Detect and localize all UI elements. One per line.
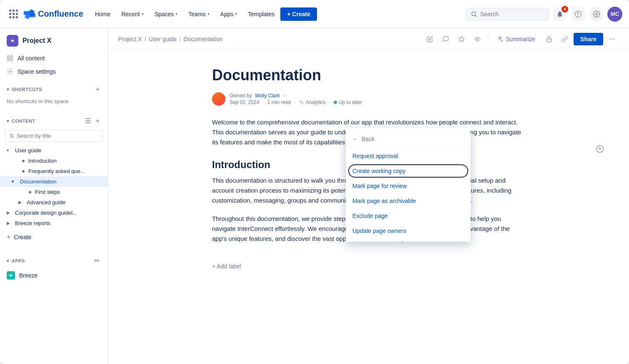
introduction-dot bbox=[22, 160, 25, 162]
tree-corporate-design[interactable]: ▶ Corporate design guidel... bbox=[0, 208, 108, 218]
app-grid-icon[interactable] bbox=[7, 7, 20, 21]
first-steps-dot bbox=[29, 191, 31, 193]
apps-breeze-item[interactable]: Breeze bbox=[0, 268, 108, 283]
inline-comment-icon bbox=[596, 145, 604, 153]
dropdown-mark-review[interactable]: Mark page for review bbox=[346, 178, 471, 193]
notifications-button[interactable]: 8 bbox=[552, 7, 567, 22]
breadcrumb-project[interactable]: Project X bbox=[118, 36, 142, 42]
share-button[interactable]: Share bbox=[574, 33, 603, 45]
dropdown-back[interactable]: ← Back bbox=[346, 131, 471, 147]
sparkle-icon bbox=[497, 36, 503, 42]
content-collapse-icon[interactable]: ▾ bbox=[7, 118, 9, 124]
add-label-button[interactable]: + Add label bbox=[212, 260, 525, 272]
apps-title: APPS bbox=[12, 258, 25, 263]
svg-rect-3 bbox=[10, 56, 12, 58]
watch-button[interactable] bbox=[470, 32, 484, 46]
create-button[interactable]: + Create bbox=[280, 7, 317, 21]
notification-badge: 8 bbox=[562, 6, 568, 12]
tree-search-input[interactable] bbox=[17, 133, 98, 139]
restrictions-button[interactable] bbox=[542, 32, 556, 46]
create-link[interactable]: + Create bbox=[0, 230, 108, 244]
more-actions-button[interactable] bbox=[605, 32, 619, 46]
dropdown-request-approval[interactable]: Request approval bbox=[346, 149, 471, 163]
apps-edit-button[interactable]: ✏ bbox=[92, 256, 101, 265]
dropdown-create-working-copy[interactable]: Create working copy bbox=[346, 163, 471, 178]
more-icon bbox=[609, 36, 615, 42]
user-avatar[interactable]: MC bbox=[607, 7, 622, 22]
author-link[interactable]: Molly Clark bbox=[255, 93, 280, 99]
link-icon bbox=[562, 36, 568, 42]
tree-user-guide[interactable]: ▾ User guide bbox=[0, 145, 108, 156]
link-button[interactable] bbox=[558, 32, 572, 46]
shortcuts-add-button[interactable]: + bbox=[94, 85, 101, 94]
logo-text: Confluence bbox=[38, 9, 83, 19]
comment-button[interactable] bbox=[439, 32, 453, 46]
shortcuts-collapse-icon[interactable]: ▾ bbox=[7, 87, 9, 92]
settings-button[interactable] bbox=[589, 7, 604, 22]
breadcrumb-documentation[interactable]: Documentation bbox=[183, 36, 222, 42]
help-button[interactable] bbox=[571, 7, 586, 22]
comment-icon bbox=[442, 36, 449, 42]
status-dot bbox=[334, 101, 337, 104]
page-title: Documentation bbox=[212, 67, 525, 84]
shortcuts-empty-message: No shortcuts in this space bbox=[0, 97, 108, 109]
top-navigation: Confluence Home Recent▾ Spaces▾ Teams▾ A… bbox=[0, 0, 629, 28]
svg-point-6 bbox=[9, 71, 11, 72]
inline-comment-button[interactable] bbox=[596, 145, 604, 155]
nav-templates[interactable]: Templates bbox=[243, 7, 280, 21]
tree-documentation[interactable]: ▾ Documentation bbox=[0, 176, 108, 187]
breeze-icon bbox=[7, 271, 15, 280]
nav-home[interactable]: Home bbox=[90, 7, 115, 21]
search-input[interactable] bbox=[480, 11, 539, 17]
shortcuts-title: SHORTCUTS bbox=[12, 87, 42, 92]
star-button[interactable] bbox=[454, 32, 469, 46]
nav-recent[interactable]: Recent▾ bbox=[116, 7, 148, 21]
corporate-design-label: Corporate design guidel... bbox=[15, 210, 77, 216]
space-settings-nav[interactable]: Space settings bbox=[0, 65, 108, 78]
advanced-guide-chevron: ▶ bbox=[18, 200, 25, 205]
analytics-link[interactable]: Analytics bbox=[299, 99, 326, 105]
tree-faq[interactable]: Frequently asked que... bbox=[0, 166, 108, 176]
grid-icon bbox=[7, 55, 13, 62]
author-avatar bbox=[212, 92, 225, 106]
nav-apps[interactable]: Apps▾ bbox=[215, 7, 242, 21]
user-guide-label: User guide bbox=[15, 147, 41, 154]
tree-breeze-reports[interactable]: ▶ Breeze reports bbox=[0, 218, 108, 228]
watch-icon bbox=[474, 36, 481, 42]
tree-search-box[interactable] bbox=[5, 130, 103, 142]
content-title: CONTENT bbox=[12, 119, 35, 124]
tree-advanced-guide[interactable]: ▶ Advanced guide bbox=[0, 197, 108, 208]
breadcrumb-userguide[interactable]: User guide bbox=[149, 36, 177, 42]
tree-first-steps[interactable]: First steps bbox=[0, 187, 108, 197]
help-icon bbox=[574, 10, 582, 18]
search-icon bbox=[471, 11, 477, 17]
all-content-nav[interactable]: All content bbox=[0, 52, 108, 65]
faq-label: Frequently asked que... bbox=[28, 168, 85, 174]
sidebar: ✦ Project X All content Space settings bbox=[0, 28, 108, 364]
summarize-button[interactable]: Summarize bbox=[492, 33, 540, 45]
dropdown-update-owners[interactable]: Update page owners bbox=[346, 223, 471, 238]
user-guide-chevron: ▾ bbox=[7, 148, 13, 153]
documentation-label: Documentation bbox=[20, 178, 56, 185]
confluence-logo[interactable]: Confluence bbox=[24, 8, 83, 20]
dropdown-menu: ← Back Request approval Create working c… bbox=[346, 128, 471, 242]
dropdown-exclude-page[interactable]: Exclude page bbox=[346, 208, 471, 223]
edit-button[interactable] bbox=[423, 32, 437, 46]
project-name: Project X bbox=[22, 37, 51, 45]
nav-teams[interactable]: Teams▾ bbox=[183, 7, 214, 21]
content-filter-button[interactable]: ☰ bbox=[83, 116, 92, 126]
svg-rect-5 bbox=[10, 59, 12, 61]
dropdown-mark-archivable[interactable]: Mark page as archivable bbox=[346, 193, 471, 208]
svg-point-10 bbox=[609, 39, 610, 40]
content-section-header: ▾ CONTENT ☰ + bbox=[0, 111, 108, 128]
tree-introduction[interactable]: Introduction bbox=[0, 156, 108, 166]
apps-collapse-icon[interactable]: ▾ bbox=[7, 258, 9, 264]
breeze-label: Breeze bbox=[19, 272, 37, 279]
back-label: Back bbox=[362, 136, 374, 142]
nav-spaces[interactable]: Spaces▾ bbox=[150, 7, 183, 21]
summarize-label: Summarize bbox=[506, 36, 535, 42]
search-box[interactable] bbox=[466, 8, 549, 20]
all-content-label: All content bbox=[17, 55, 45, 62]
content-add-button[interactable]: + bbox=[94, 116, 101, 126]
meta-details: Sep 02, 2024 · 1 min read · Analytics bbox=[230, 99, 362, 105]
